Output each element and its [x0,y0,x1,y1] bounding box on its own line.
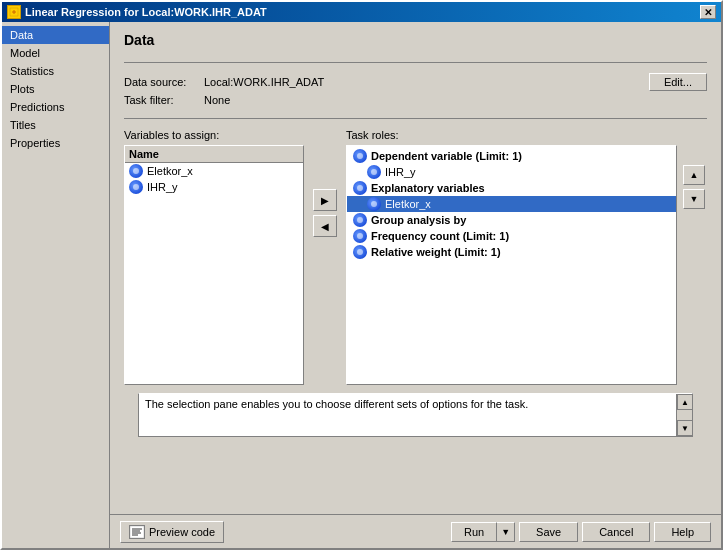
task-icon-ihr [367,165,381,179]
section-title: Data [124,32,154,48]
close-button[interactable]: ✕ [700,5,716,19]
variables-label: Variables to assign: [124,129,304,141]
content-area: Data Data source: Local:WORK.IHR_ADAT Ed… [110,22,721,514]
task-roles-list[interactable]: Dependent variable (Limit: 1) IHR_y [346,145,677,385]
task-roles-section: Task roles: Dependent variable (Limit: 1… [346,129,707,385]
data-info: Data source: Local:WORK.IHR_ADAT Edit...… [124,73,707,106]
arrow-buttons: ▶ ◀ [310,129,340,237]
task-cat-explanatory: Explanatory variables [347,180,676,196]
task-icon-dependent [353,149,367,163]
scroll-up-btn[interactable]: ▲ [677,394,693,410]
task-item-ihr[interactable]: IHR_y [347,164,676,180]
task-cat-weight: Relative weight (Limit: 1) [347,244,676,260]
task-icon-weight [353,245,367,259]
status-scrollbar: ▲ ▼ [676,394,692,436]
task-item-eletkor[interactable]: Eletkor_x [347,196,676,212]
sidebar-item-titles[interactable]: Titles [2,116,109,134]
run-dropdown-icon: ▼ [501,527,510,537]
variable-item-ihr[interactable]: IHR_y [125,179,303,195]
cancel-button[interactable]: Cancel [582,522,650,542]
task-cat-dependent: Dependent variable (Limit: 1) [347,148,676,164]
task-roles-label: Task roles: [346,129,707,141]
status-bar: The selection pane enables you to choose… [138,393,693,437]
separator-top [124,62,707,63]
var-icon-inner [133,168,139,174]
main-window: Linear Regression for Local:WORK.IHR_ADA… [0,0,723,550]
data-source-label: Data source: [124,76,204,88]
run-btn-group: Run ▼ [451,522,515,542]
sidebar-item-predictions[interactable]: Predictions [2,98,109,116]
remove-button[interactable]: ◀ [313,215,337,237]
run-button[interactable]: Run [451,522,496,542]
title-text: Linear Regression for Local:WORK.IHR_ADA… [25,6,267,18]
sidebar-item-plots[interactable]: Plots [2,80,109,98]
var-icon-ihr [129,180,143,194]
move-buttons: ▲ ▼ [681,145,707,385]
task-cat-frequency: Frequency count (Limit: 1) [347,228,676,244]
task-icon-explanatory [353,181,367,195]
preview-label: Preview code [149,526,215,538]
sidebar-item-model[interactable]: Model [2,44,109,62]
move-up-button[interactable]: ▲ [683,165,705,185]
separator-mid [124,118,707,119]
task-icon-eletkor [367,197,381,211]
assign-arrow-icon: ▶ [321,195,329,206]
help-button[interactable]: Help [654,522,711,542]
data-source-value: Local:WORK.IHR_ADAT [204,76,324,88]
var-icon-eletkor [129,164,143,178]
main-content: Data Data source: Local:WORK.IHR_ADAT Ed… [110,22,721,548]
task-filter-row: Task filter: None [124,94,707,106]
task-filter-value: None [204,94,230,106]
svg-rect-3 [130,526,144,538]
task-icon-group [353,213,367,227]
variables-list[interactable]: Name Eletkor_x IH [124,145,304,385]
sidebar-item-properties[interactable]: Properties [2,134,109,152]
assign-button[interactable]: ▶ [313,189,337,211]
scroll-down-btn[interactable]: ▼ [677,420,693,436]
sidebar-item-statistics[interactable]: Statistics [2,62,109,80]
remove-arrow-icon: ◀ [321,221,329,232]
preview-icon [129,525,145,539]
save-button[interactable]: Save [519,522,578,542]
variables-list-header: Name [125,146,303,163]
title-bar-left: Linear Regression for Local:WORK.IHR_ADA… [7,5,267,19]
task-cat-group: Group analysis by [347,212,676,228]
title-bar: Linear Regression for Local:WORK.IHR_ADA… [2,2,721,22]
edit-button[interactable]: Edit... [649,73,707,91]
preview-code-button[interactable]: Preview code [120,521,224,543]
sidebar: Data Model Statistics Plots Predictions … [2,22,110,548]
run-dropdown-button[interactable]: ▼ [496,522,515,542]
status-text: The selection pane enables you to choose… [139,394,692,414]
var-icon-inner-ihr [133,184,139,190]
variable-item-eletkor[interactable]: Eletkor_x [125,163,303,179]
move-up-icon: ▲ [690,170,699,180]
bottom-bar: Preview code Run ▼ Save Cancel Help [110,514,721,548]
variables-section: Variables to assign: Name Eletkor_x [124,129,304,385]
task-icon-frequency [353,229,367,243]
data-source-row: Data source: Local:WORK.IHR_ADAT Edit... [124,73,707,91]
sidebar-item-data[interactable]: Data [2,26,109,44]
task-filter-label: Task filter: [124,94,204,106]
window-icon [7,5,21,19]
move-down-icon: ▼ [690,194,699,204]
move-down-button[interactable]: ▼ [683,189,705,209]
window-body: Data Model Statistics Plots Predictions … [2,22,721,548]
